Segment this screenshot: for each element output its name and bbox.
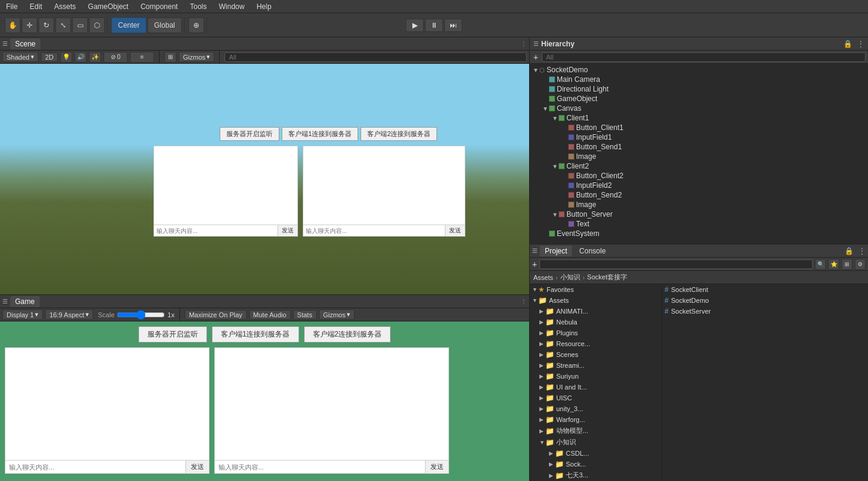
folder-seven[interactable]: ▶ 📁 七天3... <box>530 470 662 481</box>
hierarchy-item-maincamera[interactable]: Main Camera <box>530 75 868 84</box>
folder-ui[interactable]: ▶ 📁 UI and It... <box>530 382 662 393</box>
scale-slider[interactable] <box>117 312 165 318</box>
mute-audio-btn[interactable]: Mute Audio <box>249 310 291 320</box>
project-more-btn[interactable]: ⋮ <box>858 247 866 255</box>
hierarchy-item-eventsystem[interactable]: EventSystem <box>530 229 868 238</box>
stats-btn[interactable]: ≡ <box>130 52 154 63</box>
menu-window[interactable]: Window <box>216 1 247 12</box>
project-tab[interactable]: Project <box>540 246 572 256</box>
asset-socketclient[interactable]: # SocketClient <box>662 284 868 295</box>
hierarchy-item-btnclient2[interactable]: Button_Client2 <box>530 171 868 181</box>
center-btn[interactable]: Center <box>111 17 146 33</box>
extra-tool-btn[interactable]: ⊕ <box>188 17 204 33</box>
menu-component[interactable]: Component <box>138 1 180 12</box>
aspect-dropdown[interactable]: 16:9 Aspect▾ <box>45 309 93 320</box>
audio-btn[interactable]: 🔊 <box>75 52 87 63</box>
folder-resources[interactable]: ▶ 📁 Resource... <box>530 338 662 349</box>
folder-uisc[interactable]: ▶ 📁 UISC <box>530 393 662 403</box>
hierarchy-item-socketdemo[interactable]: ▼ ⬡ SocketDemo <box>530 65 868 75</box>
folder-suriyun[interactable]: ▶ 📁 Suriyun <box>530 371 662 382</box>
game-chat1-send[interactable]: 发送 <box>185 461 209 473</box>
rotate-tool-btn[interactable]: ↻ <box>39 17 54 33</box>
pause-btn[interactable]: ⏸ <box>425 19 443 32</box>
asset-socketserver[interactable]: # SocketServer <box>662 306 868 317</box>
menu-file[interactable]: File <box>4 1 20 12</box>
game-client1-btn[interactable]: 客户端1连接到服务器 <box>212 326 299 343</box>
project-add-btn[interactable]: + <box>532 259 537 269</box>
gizmos-dropdown[interactable]: Gizmos▾ <box>179 52 214 62</box>
hierarchy-item-inputfield2[interactable]: InputField2 <box>530 181 868 190</box>
hierarchy-item-btnsend1[interactable]: Button_Send1 <box>530 142 868 152</box>
scene-more-btn[interactable]: ⋮ <box>521 40 527 47</box>
project-lock-btn[interactable]: 🔒 <box>845 247 854 255</box>
menu-gameobject[interactable]: GameObject <box>85 1 131 12</box>
folder-streaming[interactable]: ▶ 📁 Streami... <box>530 360 662 371</box>
folder-assets[interactable]: ▼ 📁 Assets <box>530 295 662 306</box>
hierarchy-item-text[interactable]: Text <box>530 219 868 229</box>
hierarchy-item-client1[interactable]: ▼ Client1 <box>530 113 868 123</box>
rect-tool-btn[interactable]: ▭ <box>72 17 88 33</box>
hierarchy-more-btn[interactable]: ⋮ <box>857 40 864 48</box>
hierarchy-add-btn[interactable]: + <box>532 52 539 62</box>
folder-knowledge[interactable]: ▼ 📁 小知识 <box>530 436 662 448</box>
breadcrumb-knowledge[interactable]: 小知识 <box>560 273 580 282</box>
game-chat2-send[interactable]: 发送 <box>425 461 448 473</box>
scene-chat2-input[interactable] <box>303 225 445 236</box>
hierarchy-item-image1[interactable]: Image <box>530 152 868 161</box>
transform-tool-btn[interactable]: ⬡ <box>89 17 105 33</box>
breadcrumb-socket[interactable]: Socket套接字 <box>587 273 627 282</box>
scene-chat2-send[interactable]: 发送 <box>445 225 465 236</box>
step-btn[interactable]: ⏭ <box>444 19 462 32</box>
shading-dropdown[interactable]: Shaded▾ <box>2 52 39 62</box>
game-chat1-input[interactable] <box>5 461 185 473</box>
project-search-btn[interactable]: 🔍 <box>815 259 826 270</box>
menu-tools[interactable]: Tools <box>187 1 209 12</box>
display-dropdown[interactable]: Display 1▾ <box>2 309 43 320</box>
folder-scenes[interactable]: ▶ 📁 Scenes <box>530 349 662 360</box>
game-server-btn[interactable]: 服务器开启监听 <box>138 326 207 343</box>
scene-server-btn[interactable]: 服务器开启监听 <box>220 127 279 141</box>
maximize-on-play-btn[interactable]: Maximize On Play <box>185 310 247 320</box>
folder-unity3[interactable]: ▶ 📁 unity_3... <box>530 403 662 414</box>
hierarchy-item-inputfield1[interactable]: InputField1 <box>530 132 868 142</box>
scene-client2-btn[interactable]: 客户端2连接到服务器 <box>361 127 437 141</box>
hierarchy-item-canvas[interactable]: ▼ Canvas <box>530 104 868 113</box>
game-tab[interactable]: Game <box>10 296 40 307</box>
folder-warforg[interactable]: ▶ 📁 Warforg... <box>530 414 662 425</box>
game-more-btn[interactable]: ⋮ <box>521 298 527 305</box>
folder-sock[interactable]: ▶ 📁 Sock... <box>530 459 662 470</box>
scale-tool-btn[interactable]: ⤡ <box>55 17 71 33</box>
project-settings-btn[interactable]: ⚙ <box>855 259 866 270</box>
stats-btn-game[interactable]: Stats <box>293 310 317 320</box>
console-tab[interactable]: Console <box>574 246 610 256</box>
hidden-btn[interactable]: ⊘ 0 <box>104 52 128 63</box>
folder-animati[interactable]: ▶ 📁 ANIMATI... <box>530 306 662 317</box>
hierarchy-item-client2[interactable]: ▼ Client2 <box>530 161 868 171</box>
aspect-btn[interactable]: ⊞ <box>164 52 176 63</box>
global-btn[interactable]: Global <box>147 17 182 33</box>
menu-assets[interactable]: Assets <box>52 1 78 12</box>
asset-socketdemo[interactable]: # SocketDemo <box>662 295 868 306</box>
hierarchy-item-image2[interactable]: Image <box>530 200 868 209</box>
scene-chat1-send[interactable]: 发送 <box>277 225 297 236</box>
hand-tool-btn[interactable]: ✋ <box>5 17 20 33</box>
hierarchy-search[interactable] <box>542 52 866 62</box>
game-gizmos-dropdown[interactable]: Gizmos▾ <box>319 309 355 320</box>
game-chat2-input[interactable] <box>215 461 425 473</box>
effects-btn[interactable]: ✨ <box>89 52 101 63</box>
scene-client1-btn[interactable]: 客户端1连接到服务器 <box>282 127 358 141</box>
menu-edit[interactable]: Edit <box>27 1 45 12</box>
hierarchy-item-btnsend2[interactable]: Button_Send2 <box>530 190 868 200</box>
game-client2-btn[interactable]: 客户端2连接到服务器 <box>304 326 391 343</box>
folder-csdl[interactable]: ▶ 📁 CSDL... <box>530 448 662 459</box>
folder-plugins[interactable]: ▶ 📁 Plugins <box>530 327 662 338</box>
scene-search[interactable] <box>225 52 527 62</box>
hierarchy-lock-btn[interactable]: 🔒 <box>843 40 852 48</box>
folder-favorites[interactable]: ▼ ★ Favorites <box>530 284 662 295</box>
folder-nebula[interactable]: ▶ 📁 Nebula <box>530 317 662 327</box>
project-star-btn[interactable]: ⭐ <box>828 259 839 270</box>
hierarchy-item-btnclient1[interactable]: Button_Client1 <box>530 123 868 132</box>
project-grid-btn[interactable]: ⊞ <box>842 259 852 270</box>
project-search[interactable] <box>539 259 813 269</box>
lighting-btn[interactable]: 💡 <box>60 52 72 63</box>
